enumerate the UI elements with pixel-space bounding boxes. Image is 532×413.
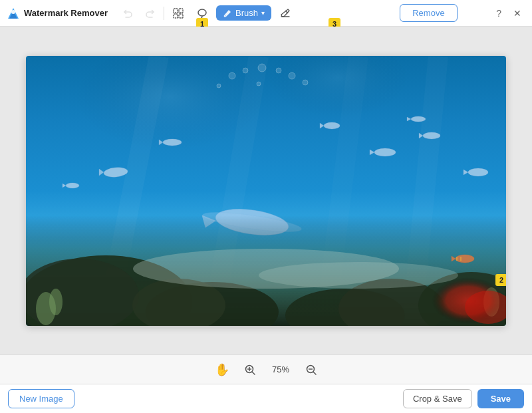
zoom-in-button[interactable] <box>241 361 259 378</box>
eraser-tool-button[interactable] <box>275 5 295 22</box>
new-image-label: New Image <box>19 394 63 404</box>
new-image-button[interactable]: New Image <box>8 389 74 408</box>
select-tool-button[interactable] <box>168 5 188 22</box>
zoom-out-button[interactable] <box>303 361 320 378</box>
svg-point-15 <box>229 72 235 79</box>
close-button[interactable]: ✕ <box>509 5 525 21</box>
brush-icon <box>223 9 232 18</box>
svg-point-53 <box>49 289 63 315</box>
crop-save-label: Crop & Save <box>413 394 462 404</box>
close-icon: ✕ <box>513 8 521 19</box>
hand-tool-button[interactable]: ✋ <box>212 360 232 380</box>
remove-button[interactable]: Remove <box>400 4 457 22</box>
svg-point-17 <box>258 64 266 72</box>
hand-icon: ✋ <box>215 363 229 376</box>
badge-2: 2 <box>495 274 506 286</box>
svg-point-2 <box>11 10 15 14</box>
svg-rect-5 <box>174 14 178 18</box>
zoom-bar: ✋ 75% <box>0 354 532 384</box>
eraser-icon <box>279 7 291 19</box>
toolbar-divider <box>164 7 164 20</box>
help-icon: ? <box>496 8 501 19</box>
toolbar: Brush ▾ Remove ? ✕ <box>118 4 525 22</box>
app-title: Watermark Remover <box>24 8 108 18</box>
svg-line-62 <box>252 372 255 374</box>
canvas-area: 2 <box>0 27 532 354</box>
svg-point-55 <box>456 255 474 263</box>
redo-button[interactable] <box>141 5 160 21</box>
svg-point-18 <box>276 68 281 73</box>
save-button[interactable]: Save <box>477 389 524 408</box>
undo-button[interactable] <box>118 5 137 21</box>
footer-right: Crop & Save Save <box>403 389 524 408</box>
svg-point-31 <box>423 132 440 139</box>
remove-label: Remove <box>412 8 444 18</box>
zoom-level: 75% <box>268 364 293 374</box>
svg-point-35 <box>66 183 79 188</box>
svg-point-22 <box>217 84 221 88</box>
svg-point-29 <box>374 148 396 156</box>
svg-point-51 <box>259 262 458 289</box>
svg-point-16 <box>243 68 248 73</box>
redo-icon <box>145 8 156 19</box>
undo-icon <box>122 8 133 19</box>
svg-point-7 <box>198 9 206 16</box>
svg-point-27 <box>324 122 340 129</box>
svg-point-25 <box>163 139 182 146</box>
zoom-out-icon <box>305 364 317 376</box>
brush-chevron-icon: ▾ <box>261 9 265 17</box>
crop-save-button[interactable]: Crop & Save <box>403 389 472 408</box>
zoom-in-icon <box>244 364 256 376</box>
svg-point-20 <box>303 80 308 85</box>
svg-point-37 <box>411 116 426 122</box>
image-container: 2 <box>26 56 506 326</box>
svg-line-66 <box>313 372 316 374</box>
svg-point-19 <box>289 72 295 79</box>
brush-label: Brush <box>235 8 258 18</box>
lasso-icon <box>196 7 208 19</box>
underwater-scene <box>26 56 506 326</box>
title-bar: Watermark Remover <box>0 0 532 27</box>
app-logo-icon <box>7 7 20 20</box>
svg-rect-3 <box>174 9 178 13</box>
svg-rect-6 <box>179 14 183 18</box>
save-label: Save <box>491 394 511 404</box>
svg-rect-4 <box>179 9 183 13</box>
brush-button[interactable]: Brush ▾ <box>216 5 271 21</box>
footer: New Image Crop & Save Save <box>0 384 532 413</box>
help-button[interactable]: ? <box>492 5 505 21</box>
svg-point-21 <box>257 82 261 86</box>
select-icon <box>172 7 184 19</box>
svg-point-33 <box>468 168 488 176</box>
